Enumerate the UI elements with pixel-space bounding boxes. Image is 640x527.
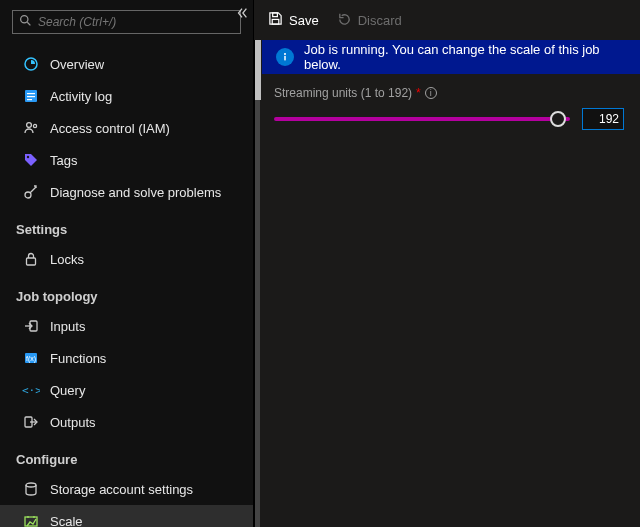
outputs-icon — [22, 413, 40, 431]
sidebar-item-label: Overview — [50, 57, 104, 72]
svg-rect-11 — [27, 258, 36, 265]
info-icon — [276, 48, 294, 66]
svg-rect-22 — [284, 56, 286, 61]
save-button-label: Save — [289, 13, 319, 28]
main-panel: Save Discard Job is running. You can cha… — [254, 0, 640, 527]
svg-line-1 — [27, 22, 30, 25]
sidebar-item-label: Scale — [50, 514, 83, 528]
activity-log-icon — [22, 87, 40, 105]
sidebar-item-storage-settings[interactable]: Storage account settings — [0, 473, 253, 505]
info-bar: Job is running. You can change the scale… — [262, 40, 640, 74]
overview-icon — [22, 55, 40, 73]
save-icon — [268, 11, 283, 29]
sidebar-item-label: Functions — [50, 351, 106, 366]
svg-text:f(x): f(x) — [26, 355, 36, 363]
sidebar-item-label: Locks — [50, 252, 84, 267]
field-info-icon[interactable]: i — [425, 87, 437, 99]
svg-rect-12 — [30, 321, 37, 331]
discard-button: Discard — [337, 11, 402, 29]
svg-point-8 — [33, 124, 36, 127]
sidebar-nav: Overview Activity log Access control (IA… — [0, 42, 253, 527]
sidebar-item-label: Access control (IAM) — [50, 121, 170, 136]
info-bar-message: Job is running. You can change the scale… — [304, 42, 626, 72]
sidebar-item-label: Diagnose and solve problems — [50, 185, 221, 200]
streaming-units-label-row: Streaming units (1 to 192) * i — [274, 86, 624, 100]
sidebar-item-locks[interactable]: Locks — [0, 243, 253, 275]
svg-point-17 — [26, 483, 36, 487]
discard-icon — [337, 11, 352, 29]
svg-point-0 — [21, 16, 28, 23]
streaming-units-slider[interactable] — [274, 110, 570, 128]
sidebar-item-overview[interactable]: Overview — [0, 48, 253, 80]
vertical-scrollbar[interactable] — [254, 40, 260, 527]
tags-icon — [22, 151, 40, 169]
sidebar-item-access-control[interactable]: Access control (IAM) — [0, 112, 253, 144]
collapse-sidebar-icon[interactable] — [235, 6, 249, 23]
search-box[interactable] — [12, 10, 241, 34]
sidebar-item-outputs[interactable]: Outputs — [0, 406, 253, 438]
functions-icon: f(x) — [22, 349, 40, 367]
discard-button-label: Discard — [358, 13, 402, 28]
svg-rect-19 — [273, 13, 278, 17]
scale-icon — [22, 512, 40, 527]
sidebar-item-inputs[interactable]: Inputs — [0, 310, 253, 342]
slider-track — [274, 117, 570, 121]
sidebar-section-topology: Job topology — [0, 275, 253, 310]
slider-thumb[interactable] — [550, 111, 566, 127]
required-indicator: * — [416, 86, 421, 100]
svg-point-21 — [284, 53, 286, 55]
sidebar-item-label: Storage account settings — [50, 482, 193, 497]
sidebar-section-settings: Settings — [0, 208, 253, 243]
sidebar-item-query[interactable]: <·> Query — [0, 374, 253, 406]
streaming-units-label: Streaming units (1 to 192) — [274, 86, 412, 100]
svg-rect-20 — [272, 19, 279, 24]
inputs-icon — [22, 317, 40, 335]
streaming-units-control — [274, 108, 624, 130]
svg-rect-4 — [27, 93, 35, 94]
sidebar-item-functions[interactable]: f(x) Functions — [0, 342, 253, 374]
search-row — [0, 0, 253, 42]
svg-point-7 — [27, 123, 32, 128]
sidebar: Overview Activity log Access control (IA… — [0, 0, 254, 527]
sidebar-item-label: Activity log — [50, 89, 112, 104]
lock-icon — [22, 250, 40, 268]
sidebar-item-activity-log[interactable]: Activity log — [0, 80, 253, 112]
access-control-icon — [22, 119, 40, 137]
sidebar-item-label: Query — [50, 383, 85, 398]
sidebar-item-label: Inputs — [50, 319, 85, 334]
svg-text:<·>: <·> — [22, 384, 40, 397]
toolbar: Save Discard — [254, 0, 640, 40]
sidebar-item-diagnose[interactable]: Diagnose and solve problems — [0, 176, 253, 208]
sidebar-item-label: Tags — [50, 153, 77, 168]
scale-content: Streaming units (1 to 192) * i — [254, 74, 640, 130]
save-button[interactable]: Save — [268, 11, 319, 29]
storage-icon — [22, 480, 40, 498]
diagnose-icon — [22, 183, 40, 201]
search-input[interactable] — [38, 15, 234, 29]
sidebar-item-label: Outputs — [50, 415, 96, 430]
search-icon — [19, 14, 32, 30]
streaming-units-input[interactable] — [582, 108, 624, 130]
sidebar-section-configure: Configure — [0, 438, 253, 473]
query-icon: <·> — [22, 381, 40, 399]
scrollbar-thumb[interactable] — [255, 40, 261, 100]
sidebar-item-scale[interactable]: Scale — [0, 505, 253, 527]
svg-rect-5 — [27, 96, 35, 97]
svg-point-10 — [25, 192, 31, 198]
svg-point-9 — [27, 156, 29, 158]
sidebar-item-tags[interactable]: Tags — [0, 144, 253, 176]
svg-rect-6 — [27, 99, 32, 100]
